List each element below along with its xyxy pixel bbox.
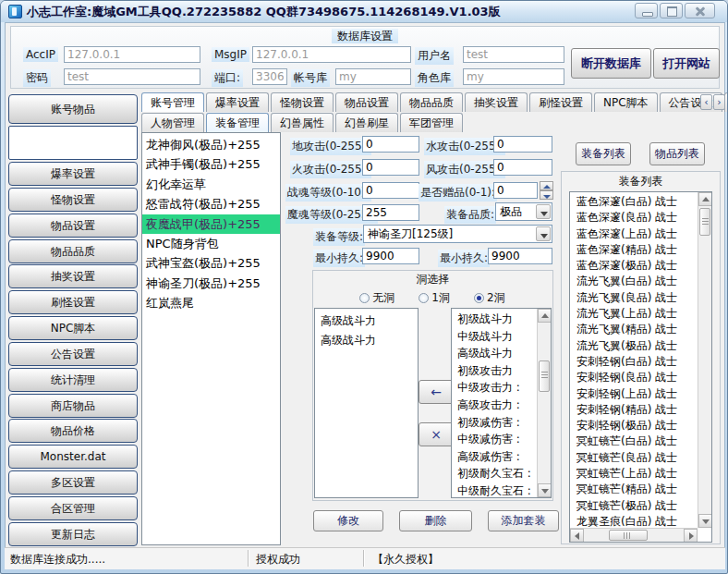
war-soul-level-input[interactable] (362, 182, 419, 199)
sidebar-button[interactable]: 物品品质 (8, 239, 138, 263)
equip-grade-select[interactable]: 神谕圣刀[125级] (363, 225, 552, 243)
equip-list-item[interactable]: 流光飞翼(精品) 战士 (576, 322, 698, 337)
gem-item[interactable]: 高级战斗力 (321, 311, 412, 331)
minimize-button[interactable] (635, 3, 658, 18)
earth-attack-input[interactable] (362, 136, 419, 153)
available-gems-list[interactable]: 初级战斗力中级战斗力高级战斗力初级攻击力中级攻击力 :高级攻击力 :初级减伤害 … (451, 308, 552, 498)
sidebar-button[interactable]: 合区管理 (8, 496, 138, 520)
equip-list-item[interactable]: 安刺轻钢(极品) 战士 (576, 418, 698, 434)
msgip-input[interactable] (252, 46, 411, 63)
equip-list-item[interactable]: 安刺轻钢(上品) 战士 (576, 386, 698, 402)
chevron-down-icon[interactable] (536, 226, 551, 241)
item-list-button[interactable]: 物品列表 (649, 142, 705, 165)
tab[interactable]: 怪物设置 (271, 92, 334, 112)
scroll-down-icon[interactable] (698, 514, 712, 528)
sidebar-button[interactable]: 公告设置 (8, 342, 138, 366)
list-item[interactable]: 龙神御风(极品)+255 (142, 135, 280, 154)
sidebar-button[interactable]: 更新日志 (8, 522, 138, 546)
scroll-left-icon[interactable] (570, 529, 584, 543)
equip-list-item[interactable]: 冥虹镜芒(极品) 战士 (576, 498, 698, 514)
gem-item[interactable]: 高级战斗力 (321, 331, 412, 350)
scroll-up-icon[interactable] (538, 309, 552, 323)
hole-radio[interactable]: 1洞 (419, 290, 450, 306)
sidebar-button[interactable]: 物品设置 (8, 214, 138, 238)
tab[interactable]: 账号管理 (141, 92, 204, 112)
maximize-button[interactable] (660, 3, 683, 18)
equip-quality-select[interactable]: 极品 (495, 202, 552, 221)
modify-button[interactable]: 修改 (313, 510, 383, 531)
spin-down-icon[interactable] (540, 190, 553, 200)
list-item[interactable]: 幻化幸运草 (142, 175, 280, 194)
tab[interactable]: NPC脚本 (594, 92, 658, 112)
list-item[interactable]: 神谕圣刀(极品)+255 (142, 274, 280, 293)
move-left-button[interactable]: ← (419, 380, 454, 404)
equip-list-item[interactable]: 流光飞翼(上品) 战士 (576, 306, 698, 322)
tab[interactable]: 抽奖设置 (465, 92, 528, 112)
tab[interactable]: 人物管理 (141, 113, 204, 132)
sidebar-button[interactable]: 抽奖设置 (8, 264, 138, 288)
scrollbar-thumb[interactable] (699, 208, 710, 236)
gem-item[interactable]: 初级耐久宝石 : (457, 465, 537, 482)
equip-list-item[interactable]: 安刺轻钢(精品) 战士 (576, 402, 698, 418)
equip-list-item[interactable]: 冥虹镜芒(精品) 战士 (576, 482, 698, 497)
equip-list-item[interactable]: 冥虹镜芒(白品) 战士 (576, 434, 698, 449)
equip-list-item[interactable]: 流光飞翼(良品) 战士 (576, 290, 698, 306)
tab[interactable]: 装备管理 (206, 113, 269, 132)
gem-item[interactable]: 初级减伤害 : (457, 414, 537, 432)
gem-item[interactable]: 初级攻击力 (457, 362, 537, 380)
gem-item[interactable]: 中级攻击力 : (457, 379, 537, 397)
gems-vertical-scrollbar[interactable] (537, 309, 551, 497)
scroll-right-icon[interactable] (684, 529, 698, 543)
equip-horizontal-scrollbar[interactable] (570, 528, 698, 542)
equip-list-item[interactable]: 冥虹镜芒(上品) 战士 (576, 466, 698, 482)
magic-soul-level-input[interactable] (362, 204, 419, 221)
list-item[interactable]: 夜魔战甲(极品)+255 (142, 214, 280, 234)
gem-item[interactable]: 高级减伤害 : (457, 448, 537, 466)
wind-attack-input[interactable] (493, 159, 552, 176)
tab[interactable]: 物品品质 (400, 92, 463, 112)
gem-item[interactable]: 中级耐久宝石 : (457, 482, 537, 498)
tab[interactable]: 物品设置 (335, 92, 398, 112)
equip-list-item[interactable]: 蓝色深邃(精品) 战士 (576, 242, 698, 258)
fire-attack-input[interactable] (362, 159, 419, 176)
list-item[interactable]: NPC随身背包 (142, 234, 280, 253)
sidebar-button[interactable]: 多区设置 (8, 470, 138, 495)
equip-list-item[interactable]: 蓝色深邃(良品) 战士 (576, 210, 698, 226)
scroll-up-icon[interactable] (698, 192, 712, 206)
equip-list-item[interactable]: 龙翼圣痕(白品) 战士 (576, 514, 698, 528)
chevron-down-icon[interactable] (536, 204, 551, 219)
water-attack-input[interactable] (493, 136, 552, 153)
gem-item[interactable]: 中级减伤害 : (457, 431, 537, 448)
disconnect-db-button[interactable]: 断开数据库 (571, 48, 651, 79)
password-input[interactable] (64, 68, 200, 85)
equip-list-item[interactable]: 蓝色深邃(极品) 战士 (576, 258, 698, 274)
sidebar-button[interactable]: 爆率设置 (8, 162, 138, 186)
tab[interactable]: 幻兽属性 (271, 113, 334, 132)
list-item[interactable]: 武神手镯(极品)+255 (142, 154, 280, 174)
account-db-input[interactable] (335, 68, 411, 85)
sidebar-button[interactable]: NPC脚本 (8, 316, 138, 340)
equip-vertical-scrollbar[interactable] (698, 192, 711, 528)
port-input[interactable] (252, 68, 287, 85)
equip-list-item[interactable]: 安刺轻钢(良品) 战士 (576, 370, 698, 385)
close-button[interactable] (685, 3, 715, 18)
gem-item[interactable]: 初级战斗力 (457, 311, 537, 328)
add-set-button[interactable]: 添加套装 (488, 510, 559, 531)
tab[interactable]: 军团管理 (400, 113, 463, 132)
open-website-button[interactable]: 打开网站 (653, 48, 720, 79)
tab[interactable]: 刷怪设置 (529, 92, 592, 112)
gem-item[interactable]: 高级战斗力 (457, 345, 537, 362)
sidebar-button[interactable]: 统计清理 (8, 368, 138, 392)
equip-list-item[interactable]: 安刺轻钢(白品) 战士 (576, 354, 698, 370)
hole-radio[interactable]: 2洞 (474, 290, 505, 306)
equip-list-item[interactable]: 冥虹镜芒(良品) 战士 (576, 450, 698, 466)
min-durability-input-1[interactable] (362, 248, 419, 264)
gift-flag-stepper[interactable] (540, 181, 553, 200)
equip-list[interactable]: 蓝色深邃(白品) 战士蓝色深邃(良品) 战士蓝色深邃(上品) 战士蓝色深邃(精品… (569, 191, 712, 543)
sidebar-button[interactable]: 怪物设置 (8, 188, 138, 212)
tab[interactable]: 爆率设置 (206, 92, 269, 112)
sidebar-button[interactable]: 商店物品 (8, 394, 138, 418)
min-durability-input-2[interactable] (488, 248, 552, 264)
equip-list-button[interactable]: 装备列表 (576, 142, 631, 165)
list-item[interactable]: 怒雷战符(极品)+255 (142, 194, 280, 214)
